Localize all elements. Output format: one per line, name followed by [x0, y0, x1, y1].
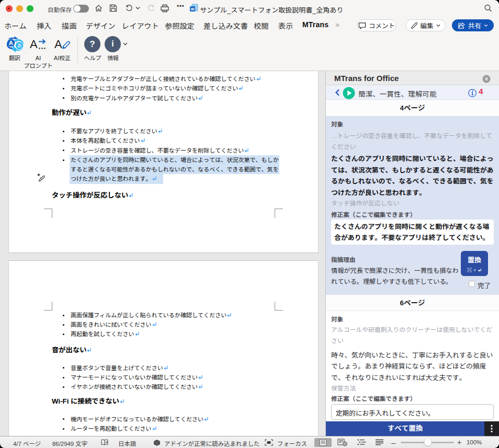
- svg-text:A: A: [30, 38, 38, 51]
- svg-text:A: A: [9, 40, 13, 46]
- svg-text:A: A: [54, 38, 62, 51]
- svg-text:あ: あ: [17, 43, 22, 49]
- svg-text:W: W: [190, 7, 195, 12]
